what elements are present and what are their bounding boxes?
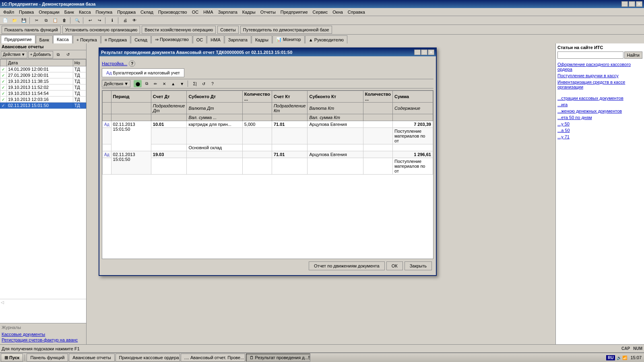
table-row[interactable]: ✓ 19.10.2013 11:52:02 ТД bbox=[0, 84, 86, 90]
inner-btn-edit[interactable]: ✏ bbox=[151, 80, 159, 87]
menu-enterprise[interactable]: Предприятие bbox=[278, 9, 310, 15]
modal-minimize-btn[interactable]: _ bbox=[414, 49, 421, 55]
tb-print[interactable]: 🖨 bbox=[121, 16, 130, 25]
table-row[interactable]: ✓ 19.10.2013 11:38:15 ТД bbox=[0, 78, 86, 84]
modal-table-row-1b[interactable]: Поступлениематериалов по от bbox=[103, 128, 433, 144]
help-icon[interactable]: ? bbox=[129, 60, 135, 67]
menu-sale[interactable]: Продажа bbox=[115, 9, 138, 15]
tb-preview[interactable]: 👁 bbox=[130, 16, 139, 25]
menu-file[interactable]: Файл bbox=[1, 9, 17, 15]
enter-operation-btn[interactable]: Ввести хозяйственную операцию bbox=[142, 26, 216, 34]
scroll-area[interactable]: ◁ bbox=[0, 299, 86, 323]
menu-production[interactable]: Производство bbox=[156, 9, 190, 15]
tab-production[interactable]: ⇒ Производство bbox=[151, 35, 192, 43]
menu-service[interactable]: Сервис bbox=[310, 9, 330, 15]
table-row[interactable]: ✓ 19.10.2013 11:54:54 ТД bbox=[0, 90, 86, 97]
inner-tab-accounting[interactable]: Ад Бухгалтерский и налоговый учет bbox=[102, 68, 184, 77]
its-search-btn[interactable]: Найти bbox=[624, 51, 642, 59]
actions-dropdown-btn[interactable]: Действия ▼ bbox=[1, 51, 27, 58]
menu-hr[interactable]: Кадры bbox=[240, 9, 258, 15]
tab-cash[interactable]: Касса bbox=[53, 35, 72, 43]
menu-reports[interactable]: Отчеты bbox=[258, 9, 278, 15]
tb-del[interactable]: 🗑 bbox=[60, 16, 69, 25]
refresh-btn[interactable]: ↺ bbox=[64, 51, 72, 59]
menu-salary[interactable]: Зарплата bbox=[216, 9, 240, 15]
its-link-more-1[interactable]: ...страции кассовых документов bbox=[557, 95, 642, 101]
modal-table-row-2b[interactable]: Поступлениематериалов по от bbox=[103, 158, 433, 175]
inner-btn-refresh[interactable]: ↺ bbox=[200, 80, 208, 87]
modal-table-row-1a[interactable]: Ад 02.11.201315:01:50 10.01 картридж для… bbox=[103, 121, 433, 128]
taskbar-item-4[interactable]: .... Авансовый отчет. Прове... bbox=[181, 354, 245, 362]
minimize-btn[interactable]: _ bbox=[621, 1, 628, 7]
tab-salary[interactable]: Зарплата bbox=[225, 35, 251, 43]
table-row-selected[interactable]: ✓ 02.11.2013 15:01:50 ТД bbox=[0, 103, 86, 109]
tab-os[interactable]: ОС bbox=[193, 35, 207, 43]
table-row[interactable]: ✓ 27.01.2009 12:00:01 ТД bbox=[0, 72, 86, 78]
tab-purchase[interactable]: + Покупка bbox=[73, 35, 101, 43]
taskbar-item-2[interactable]: Авансовые отчеты bbox=[69, 354, 114, 362]
inner-btn-help[interactable]: ? bbox=[208, 80, 217, 87]
taskbar-item-3[interactable]: Приходные кассовые ордера bbox=[116, 354, 180, 362]
close-modal-btn[interactable]: Закрыть bbox=[405, 261, 432, 270]
tab-monitor[interactable]: 📊 Монитор bbox=[272, 35, 305, 43]
its-link-more-3[interactable]: ...женою денежных документов bbox=[557, 108, 642, 114]
inner-btn-up[interactable]: ▲ bbox=[169, 80, 177, 87]
tab-enterprise[interactable]: Предприятие bbox=[1, 35, 35, 43]
menu-edit[interactable]: Правка bbox=[17, 9, 36, 15]
tb-save[interactable]: 💾 bbox=[19, 16, 28, 25]
its-search-input[interactable] bbox=[557, 51, 623, 59]
journal-link-2[interactable]: Регистрация счетов-фактур на аванс bbox=[2, 337, 85, 343]
tb-copy[interactable]: ⧉ bbox=[41, 16, 50, 25]
menu-os[interactable]: ОС bbox=[190, 9, 201, 15]
tb-undo[interactable]: ↩ bbox=[86, 16, 95, 25]
tab-nma[interactable]: НМА bbox=[207, 35, 224, 43]
its-link-2[interactable]: Поступление выручки в кассу bbox=[557, 72, 642, 79]
set-org-btn[interactable]: Установить основную организацию bbox=[62, 26, 140, 34]
show-panel-btn[interactable]: Показать панель функций bbox=[2, 26, 61, 34]
modal-table-row-2a[interactable]: Ад 02.11.201315:01:50 19.03 71.01 Арцупо… bbox=[103, 151, 433, 158]
menu-bank[interactable]: Банк bbox=[62, 9, 76, 15]
modal-table-row-1c[interactable]: Основной склад bbox=[103, 144, 433, 151]
tb-open[interactable]: 📁 bbox=[10, 16, 19, 25]
table-row[interactable]: ✓ 14.01.2009 12:00:01 ТД bbox=[0, 66, 86, 72]
copy-record-btn[interactable]: ⧉ bbox=[54, 51, 63, 59]
inner-btn-sum[interactable]: Σ| bbox=[191, 80, 199, 87]
report-movements-btn[interactable]: Отчет по движениям документа bbox=[309, 261, 385, 270]
modal-maximize-btn[interactable]: □ bbox=[421, 49, 427, 55]
menu-cash[interactable]: Касса bbox=[76, 9, 93, 15]
inner-btn-down[interactable]: ▼ bbox=[178, 80, 186, 87]
menu-purchase[interactable]: Покупка bbox=[93, 9, 115, 15]
tips-btn[interactable]: Советы bbox=[217, 26, 238, 34]
its-link-more-5[interactable]: ...у 50 bbox=[557, 121, 642, 127]
tab-sale[interactable]: ≡ Продажа bbox=[101, 35, 130, 43]
its-link-more-2[interactable]: ...ига bbox=[557, 101, 642, 108]
close-btn[interactable]: × bbox=[636, 1, 642, 7]
menu-help[interactable]: Справка bbox=[345, 9, 367, 15]
settings-link[interactable]: Настройка... bbox=[102, 61, 127, 66]
tb-find[interactable]: 🔍 bbox=[73, 16, 82, 25]
maximize-btn[interactable]: □ bbox=[629, 1, 635, 7]
tb-new[interactable]: 📄 bbox=[1, 16, 10, 25]
tb-info[interactable]: ℹ bbox=[108, 16, 117, 25]
tb-redo[interactable]: ↪ bbox=[95, 16, 104, 25]
tab-warehouse[interactable]: Склад bbox=[131, 35, 151, 43]
menu-operations[interactable]: Операции bbox=[36, 9, 62, 15]
its-link-more-7[interactable]: ...у 71 bbox=[557, 134, 642, 140]
menu-warehouse[interactable]: Склад bbox=[138, 9, 156, 15]
its-link-more-6[interactable]: ...а 50 bbox=[557, 127, 642, 134]
taskbar-item-1[interactable]: Панель функций bbox=[27, 354, 68, 362]
tb-paste[interactable]: 📋 bbox=[51, 16, 60, 25]
inner-actions-btn[interactable]: Действия ▼ bbox=[102, 80, 130, 87]
taskbar-item-5[interactable]: 🗒 Результат проведения д...50 bbox=[246, 354, 310, 362]
menu-nma[interactable]: НМА bbox=[201, 9, 215, 15]
menu-windows[interactable]: Окна bbox=[330, 9, 345, 15]
tab-hr[interactable]: Кадры bbox=[252, 35, 272, 43]
ok-btn[interactable]: ОК bbox=[386, 261, 403, 270]
tab-bank[interactable]: Банк bbox=[36, 35, 53, 43]
table-row[interactable]: ✓ 19.10.2013 12:03:16 ТД bbox=[0, 97, 86, 103]
add-record-btn[interactable]: + Добавить bbox=[28, 51, 53, 58]
its-link-3[interactable]: Инвентаризация средств в кассе организац… bbox=[557, 79, 642, 90]
inner-btn-delete[interactable]: ✕ bbox=[160, 80, 168, 87]
inner-btn-copy[interactable]: ⧉ bbox=[142, 80, 151, 87]
tb-cut[interactable]: ✂ bbox=[32, 16, 41, 25]
